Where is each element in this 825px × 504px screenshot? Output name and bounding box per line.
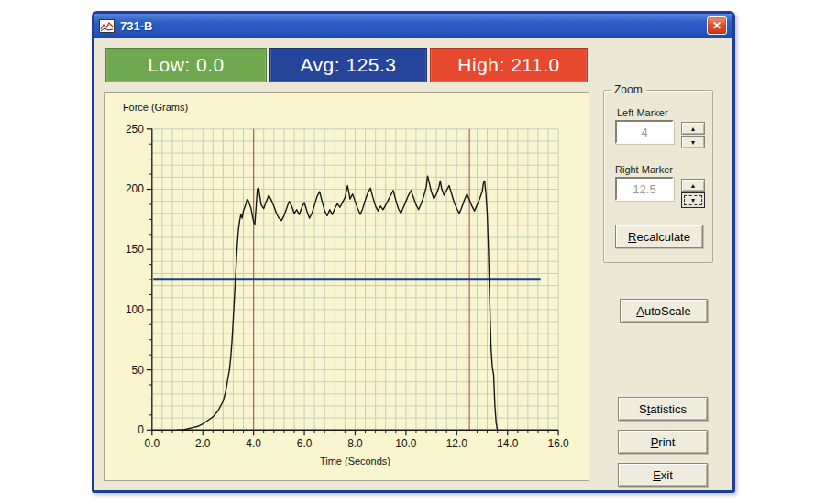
svg-text:8.0: 8.0 xyxy=(347,437,363,450)
right-marker-label: Right Marker xyxy=(615,164,673,175)
stat-low-label: Low: 0.0 xyxy=(148,54,224,76)
titlebar[interactable]: 731-B ✕ xyxy=(94,14,732,38)
svg-text:150: 150 xyxy=(126,243,144,256)
svg-text:Time (Seconds): Time (Seconds) xyxy=(320,455,390,466)
left-marker-label: Left Marker xyxy=(617,107,668,118)
right-marker-spin-down-button[interactable]: ▼ xyxy=(681,192,705,208)
svg-text:0.0: 0.0 xyxy=(144,437,160,450)
autoscale-label: AutoScale xyxy=(636,304,690,318)
window-title: 731-B xyxy=(120,19,152,33)
spin-up-icon: ▲ xyxy=(690,126,697,132)
svg-text:200: 200 xyxy=(126,182,144,195)
svg-text:14.0: 14.0 xyxy=(497,437,519,450)
close-icon: ✕ xyxy=(712,20,721,31)
left-marker-spin-down-button[interactable]: ▼ xyxy=(681,136,705,148)
print-button[interactable]: Print xyxy=(618,430,708,454)
print-label: Print xyxy=(651,435,676,449)
left-marker-input[interactable] xyxy=(615,120,674,144)
recalculate-label: Recalculate xyxy=(628,230,690,244)
stat-high-badge: High: 211.0 xyxy=(430,48,588,82)
spin-up-icon: ▲ xyxy=(690,182,697,189)
svg-text:50: 50 xyxy=(132,364,145,377)
zoom-groupbox-legend: Zoom xyxy=(610,83,646,96)
statistics-button[interactable]: Statistics xyxy=(618,397,708,421)
app-chart-icon xyxy=(99,19,115,33)
right-marker-input[interactable] xyxy=(615,177,674,201)
stat-avg-badge: Avg: 125.3 xyxy=(270,48,427,82)
svg-text:250: 250 xyxy=(126,123,144,136)
app-window: 731-B ✕ Low: 0.0 Avg: 125.3 High: 211.0 … xyxy=(92,11,735,493)
zoom-groupbox: Zoom Left Marker ▲ ▼ Right Marker ▲ ▼ Re… xyxy=(603,90,713,263)
force-time-chart: 0.02.04.06.08.010.012.014.016.0050100150… xyxy=(104,92,589,481)
exit-button[interactable]: Exit xyxy=(618,463,708,487)
svg-text:Force (Grams): Force (Grams) xyxy=(123,102,188,113)
spin-down-icon: ▼ xyxy=(690,197,697,203)
spin-down-icon: ▼ xyxy=(690,139,697,146)
svg-text:4.0: 4.0 xyxy=(246,437,261,450)
autoscale-button[interactable]: AutoScale xyxy=(620,299,708,323)
close-button[interactable]: ✕ xyxy=(707,16,727,35)
svg-text:100: 100 xyxy=(126,303,144,316)
recalculate-button[interactable]: Recalculate xyxy=(615,225,703,248)
svg-text:12.0: 12.0 xyxy=(446,437,468,450)
statistics-label: Statistics xyxy=(639,402,687,416)
stat-high-label: High: 211.0 xyxy=(457,54,559,76)
chart-canvas: 0.02.04.06.08.010.012.014.016.0050100150… xyxy=(104,93,588,480)
svg-text:0: 0 xyxy=(138,423,144,436)
svg-text:16.0: 16.0 xyxy=(548,437,570,450)
right-marker-spin-up-button[interactable]: ▲ xyxy=(681,179,705,192)
svg-text:10.0: 10.0 xyxy=(395,437,417,450)
stat-avg-label: Avg: 125.3 xyxy=(300,54,396,76)
svg-text:6.0: 6.0 xyxy=(297,437,313,450)
exit-label: Exit xyxy=(653,468,673,482)
left-marker-spin-up-button[interactable]: ▲ xyxy=(681,122,705,135)
svg-text:2.0: 2.0 xyxy=(195,437,211,450)
stat-low-badge: Low: 0.0 xyxy=(105,48,267,82)
